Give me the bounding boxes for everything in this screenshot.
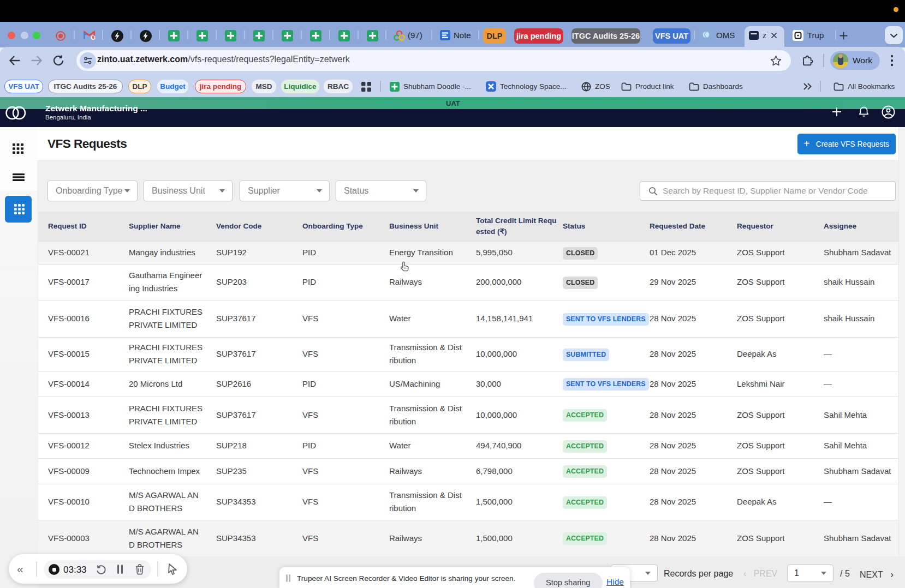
svg-text:9: 9 — [92, 35, 94, 40]
